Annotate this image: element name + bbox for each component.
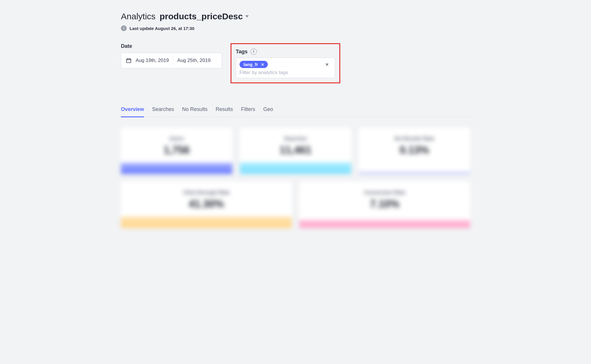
metric-value: 1,756 <box>164 144 190 156</box>
metric-value: 7.10% <box>370 198 399 210</box>
tags-filter-box[interactable]: lang_fr ✕ ✕ <box>236 58 335 78</box>
tag-chip-label: lang_fr <box>244 62 258 67</box>
metrics-row-1: Users1,756Searches11,461No Results Rate0… <box>121 128 470 174</box>
sparkline <box>121 216 292 228</box>
metric-value: 0.13% <box>400 144 429 156</box>
date-from: Aug 19th, 2019 <box>136 58 169 63</box>
metric-title: Conversion Rate <box>364 190 405 196</box>
tab-searches[interactable]: Searches <box>152 106 174 117</box>
metric-card[interactable]: Searches11,461 <box>240 128 351 174</box>
page-title: Analytics <box>121 12 156 21</box>
info-icon[interactable]: i <box>250 48 257 55</box>
metric-title: Searches <box>284 136 307 142</box>
metric-card[interactable]: Users1,756 <box>121 128 232 174</box>
sparkline <box>121 163 232 174</box>
info-icon: i <box>121 25 127 31</box>
metric-card[interactable]: Conversion Rate7.10% <box>299 182 470 228</box>
tag-chip: lang_fr ✕ <box>240 61 268 68</box>
caret-down-icon <box>245 15 249 18</box>
index-name: products_priceDesc <box>160 12 243 21</box>
sparkline <box>299 220 470 228</box>
date-separator <box>173 56 173 65</box>
date-to: Aug 25th, 2019 <box>177 58 210 63</box>
metric-card[interactable]: No Results Rate0.13% <box>359 128 470 174</box>
date-range-picker[interactable]: Aug 19th, 2019 Aug 25th, 2019 <box>121 53 222 68</box>
tab-overview[interactable]: Overview <box>121 106 144 117</box>
tabs: OverviewSearchesNo ResultsResultsFilters… <box>121 106 470 117</box>
metric-title: Users <box>169 136 184 142</box>
index-selector[interactable]: products_priceDesc <box>160 12 248 21</box>
tags-filter-highlight: Tags i lang_fr ✕ ✕ <box>231 43 340 83</box>
tab-filters[interactable]: Filters <box>241 106 255 117</box>
calendar-icon <box>126 58 132 63</box>
metric-card[interactable]: Click-through Rate41.30% <box>121 182 292 228</box>
svg-rect-0 <box>127 59 131 63</box>
metrics-row-2: Click-through Rate41.30%Conversion Rate7… <box>121 182 470 228</box>
metric-value: 41.30% <box>189 198 224 210</box>
clear-tags-icon[interactable]: ✕ <box>325 62 329 67</box>
last-update-text: Last update August 26, at 17:30 <box>130 26 194 31</box>
tab-results[interactable]: Results <box>216 106 233 117</box>
tags-label: Tags <box>236 49 248 55</box>
tab-geo[interactable]: Geo <box>263 106 273 117</box>
metric-value: 11,461 <box>280 144 311 156</box>
sparkline <box>359 172 470 174</box>
sparkline <box>240 163 351 174</box>
metric-title: No Results Rate <box>394 136 434 142</box>
metric-title: Click-through Rate <box>183 190 229 196</box>
tags-input[interactable] <box>240 70 331 76</box>
tab-no-results[interactable]: No Results <box>182 106 207 117</box>
date-label: Date <box>121 43 222 49</box>
remove-tag-icon[interactable]: ✕ <box>261 62 264 67</box>
